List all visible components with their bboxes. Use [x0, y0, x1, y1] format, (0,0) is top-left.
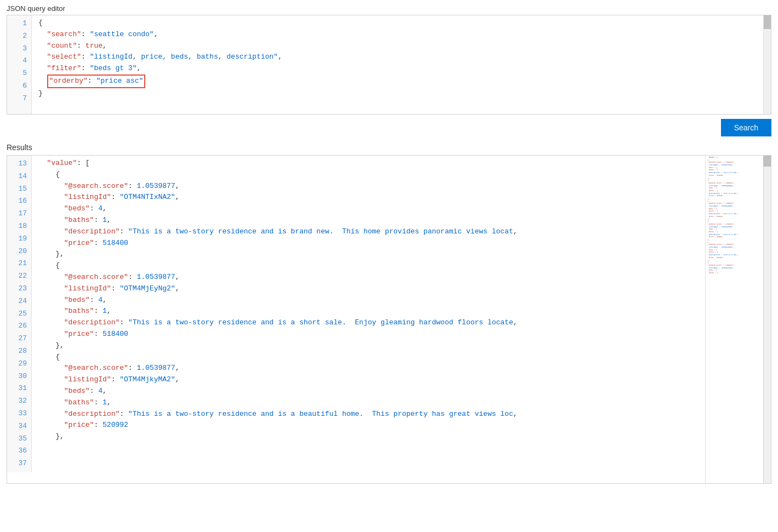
results-minimap: "value": [ { "@search.score": 1.0539877,… — [705, 156, 771, 483]
editor-line-numbers: 1 2 3 4 5 6 7 — [7, 15, 32, 114]
code-line-2: "search": "seattle condo", — [38, 29, 763, 41]
results-section: 13 14 15 16 17 18 19 20 21 22 23 24 25 2… — [7, 155, 771, 484]
result-line-23: "@search.score": 1.0539877, — [38, 272, 705, 283]
minimap-content: "value": [ { "@search.score": 1.0539877,… — [706, 156, 771, 483]
results-line-numbers: 13 14 15 16 17 18 19 20 21 22 23 24 25 2… — [7, 156, 32, 472]
result-line-26: "baths": 1, — [38, 306, 705, 317]
code-line-3: "count": true, — [38, 41, 763, 52]
result-line-20: "price": 518400 — [38, 238, 705, 249]
result-line-17: "beds": 4, — [38, 203, 705, 215]
result-line-30: { — [38, 352, 705, 363]
result-line-31: "@search.score": 1.0539877, — [38, 363, 705, 374]
result-line-36: "price": 520992 — [38, 420, 705, 431]
minimap-scrollbar-thumb[interactable] — [763, 156, 771, 167]
editor-section: 1 2 3 4 5 6 7 { "search": "seattle condo… — [7, 15, 771, 115]
code-line-4: "select": "listingId, price, beds, baths… — [38, 52, 763, 63]
results-label: Results — [0, 141, 778, 155]
editor-scrollbar-thumb[interactable] — [764, 15, 771, 29]
editor-scrollbar[interactable] — [763, 15, 771, 114]
result-line-35: "description": "This is a two-story resi… — [38, 409, 705, 420]
result-line-18: "baths": 1, — [38, 215, 705, 226]
page-title: JSON query editor — [0, 0, 778, 15]
code-line-7: } — [38, 88, 763, 100]
result-line-24: "listingId": "OTM4MjEyNg2", — [38, 283, 705, 295]
result-line-21: }, — [38, 249, 705, 260]
result-line-14: { — [38, 169, 705, 181]
result-line-25: "beds": 4, — [38, 295, 705, 306]
result-line-22: { — [38, 260, 705, 272]
minimap-scrollbar[interactable] — [763, 156, 771, 483]
search-button[interactable]: Search — [721, 119, 771, 136]
result-line-37: }, — [38, 431, 705, 443]
result-line-29: }, — [38, 340, 705, 352]
result-line-33: "beds": 4, — [38, 386, 705, 397]
result-line-19: "description": "This is a two-story resi… — [38, 226, 705, 238]
results-content: 13 14 15 16 17 18 19 20 21 22 23 24 25 2… — [7, 156, 705, 472]
code-line-1: { — [38, 18, 763, 29]
result-line-27: "description": "This is a two-story resi… — [38, 317, 705, 329]
result-line-13: "value": [ — [38, 158, 705, 169]
code-line-5: "filter": "beds gt 3", — [38, 63, 763, 75]
results-code-area: "value": [ { "@search.score": 1.0539877,… — [32, 156, 705, 472]
result-line-32: "listingId": "OTM4MjkyMA2", — [38, 374, 705, 386]
results-main-area[interactable]: 13 14 15 16 17 18 19 20 21 22 23 24 25 2… — [7, 156, 705, 483]
result-line-28: "price": 518400 — [38, 329, 705, 340]
search-button-row: Search — [0, 115, 778, 141]
result-line-16: "listingId": "OTM4NTIxNA2", — [38, 192, 705, 203]
code-line-6: "orderby": "price asc" — [38, 75, 763, 88]
result-line-15: "@search.score": 1.0539877, — [38, 181, 705, 192]
editor-code-area[interactable]: { "search": "seattle condo", "count": tr… — [32, 15, 763, 114]
result-line-34: "baths": 1, — [38, 397, 705, 409]
